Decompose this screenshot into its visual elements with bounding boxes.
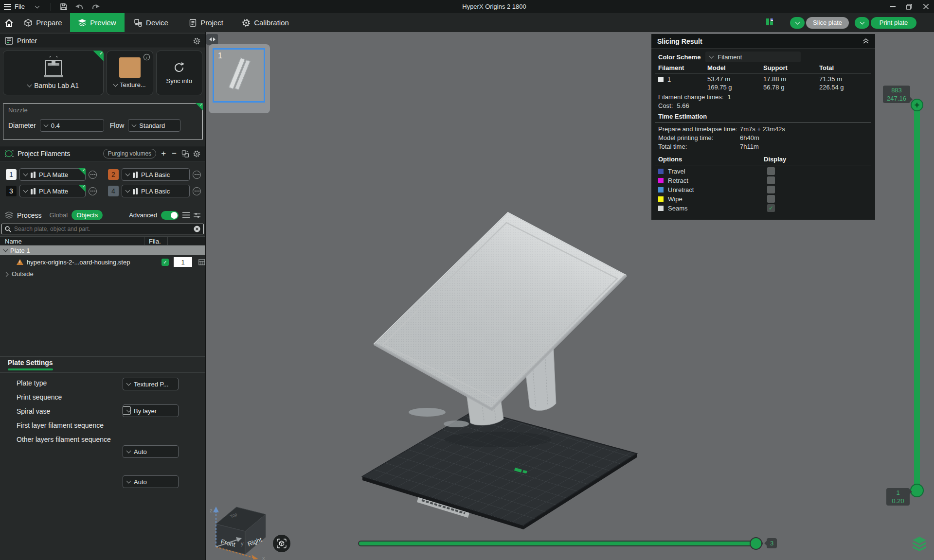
filament-settings-gear-icon[interactable] bbox=[193, 150, 200, 158]
slice-dropdown-button[interactable] bbox=[790, 17, 805, 29]
filament-3-number[interactable]: 3 bbox=[6, 186, 17, 196]
layer-slider-top-handle[interactable]: + bbox=[911, 99, 923, 111]
fit-view-button[interactable] bbox=[273, 535, 290, 552]
plate-thumbnail-selected[interactable]: 1 bbox=[213, 48, 265, 103]
minimize-button[interactable] bbox=[884, 0, 901, 13]
unretract-label: Unretract bbox=[668, 186, 694, 193]
move-slider-track[interactable] bbox=[358, 541, 763, 546]
file-menu[interactable]: File bbox=[0, 0, 29, 13]
undo-button[interactable] bbox=[72, 0, 88, 13]
printer-model-card[interactable]: Bambu Lab A1 bbox=[3, 51, 104, 95]
tab-device[interactable]: Device bbox=[129, 13, 173, 32]
build-plate-card[interactable]: i Texture... bbox=[107, 51, 153, 95]
other-layers-sequence-select[interactable]: Auto bbox=[123, 475, 179, 488]
move-slider-tooltip: 3 bbox=[767, 538, 777, 548]
seams-display-checkbox[interactable] bbox=[767, 204, 775, 212]
tree-row-outside[interactable]: Outside bbox=[0, 269, 205, 279]
restore-button[interactable] bbox=[901, 0, 917, 13]
first-layer-sequence-select[interactable]: Auto bbox=[123, 445, 179, 458]
ellipsis-icon bbox=[197, 191, 198, 192]
object-visible-checkbox[interactable]: ✓ bbox=[162, 259, 169, 266]
home-tab[interactable] bbox=[0, 13, 18, 32]
filament-2-number[interactable]: 2 bbox=[108, 169, 119, 180]
layer-slider-bottom-handle[interactable] bbox=[910, 484, 924, 497]
tab-calibration[interactable]: Calibration bbox=[237, 13, 294, 32]
model-keyboard-housing[interactable] bbox=[374, 212, 626, 409]
filament-1-more-button[interactable] bbox=[89, 171, 97, 179]
add-filament-button[interactable]: + bbox=[160, 149, 167, 158]
layer-slider-track[interactable] bbox=[914, 102, 920, 490]
printer-section-title: Printer bbox=[17, 37, 37, 45]
tab-project-label: Project bbox=[200, 18, 223, 27]
clear-search-icon[interactable] bbox=[194, 226, 200, 232]
sync-filament-list-icon[interactable] bbox=[181, 150, 189, 158]
col-support: Support bbox=[763, 64, 788, 71]
spiral-vase-checkbox[interactable] bbox=[123, 406, 131, 415]
redo-button[interactable] bbox=[88, 0, 104, 13]
build-plate[interactable] bbox=[362, 410, 637, 529]
objects-panel-toggle[interactable] bbox=[765, 18, 774, 28]
print-plate-button[interactable]: Print plate bbox=[871, 17, 916, 29]
nozzle-diameter-select[interactable]: 0.4 bbox=[40, 119, 104, 132]
filament-2-select[interactable]: PLA Basic bbox=[122, 168, 190, 181]
active-tab-underline bbox=[8, 368, 53, 370]
close-button[interactable] bbox=[917, 0, 934, 13]
advanced-toggle[interactable] bbox=[161, 211, 179, 220]
tune-sliders-icon[interactable] bbox=[194, 212, 200, 219]
purging-volumes-button[interactable]: Purging volumes bbox=[103, 149, 156, 158]
sync-info-card[interactable]: Sync info bbox=[156, 51, 202, 95]
printer-settings-gear-icon[interactable] bbox=[193, 37, 200, 45]
object-filament-cell[interactable]: 1 bbox=[174, 257, 192, 267]
plate-settings-tab[interactable]: Plate Settings bbox=[8, 359, 53, 370]
filament-1-number[interactable]: 1 bbox=[6, 169, 17, 180]
chevron-down-icon bbox=[860, 19, 864, 24]
cost-value: 5.66 bbox=[677, 102, 689, 109]
options-list-icon[interactable] bbox=[182, 212, 190, 218]
viewport-3d[interactable]: 1 Slicing Result Color Scheme Filament F… bbox=[206, 32, 934, 560]
search-input[interactable] bbox=[14, 226, 191, 232]
nozzle-label: Nozzle bbox=[8, 106, 28, 114]
process-global-tab[interactable]: Global bbox=[50, 211, 68, 219]
filament-2-more-button[interactable] bbox=[193, 171, 201, 179]
plate-type-select[interactable]: Textured P... bbox=[123, 378, 179, 390]
retract-display-checkbox[interactable] bbox=[767, 176, 775, 184]
filaments-section-title: Project Filaments bbox=[18, 150, 70, 158]
collapse-panel-icon[interactable] bbox=[862, 38, 869, 44]
first-layer-sequence-label: First layer filament sequence bbox=[17, 421, 104, 429]
filament-2-name: PLA Basic bbox=[141, 171, 170, 178]
sync-info-label: Sync info bbox=[166, 77, 192, 85]
filament-3-select[interactable]: PLA Matte bbox=[19, 185, 86, 197]
object-name: hyperx-origins-2-...oard-housing.step bbox=[27, 259, 130, 266]
process-objects-tab[interactable]: Objects bbox=[72, 210, 103, 220]
tree-row-object[interactable]: hyperx-origins-2-...oard-housing.step ✓ … bbox=[0, 256, 205, 268]
print-dropdown-button[interactable] bbox=[855, 17, 869, 29]
slice-plate-button[interactable]: Slice plate bbox=[806, 17, 849, 29]
filament-4-more-button[interactable] bbox=[193, 187, 201, 195]
tab-project[interactable]: Project bbox=[185, 13, 228, 32]
nozzle-flow-value: Standard bbox=[139, 122, 165, 129]
outside-row-label: Outside bbox=[12, 270, 34, 278]
plate-thumbnail-card[interactable]: 1 bbox=[209, 44, 270, 113]
move-slider-handle[interactable] bbox=[750, 537, 762, 550]
save-button[interactable] bbox=[56, 0, 72, 13]
print-sequence-select[interactable]: By layer bbox=[123, 404, 179, 417]
filament-3-more-button[interactable] bbox=[89, 187, 97, 195]
tab-prepare[interactable]: Prepare bbox=[21, 13, 65, 32]
unretract-display-checkbox[interactable] bbox=[767, 186, 775, 193]
synced-check-badge bbox=[78, 185, 86, 192]
filament-1-select[interactable]: PLA Matte bbox=[19, 168, 86, 181]
tab-preview[interactable]: Preview bbox=[70, 13, 125, 32]
tree-row-plate[interactable]: Plate 1 bbox=[0, 245, 205, 255]
color-scheme-select[interactable]: Filament bbox=[705, 52, 801, 62]
object-settings-table-icon[interactable] bbox=[198, 259, 205, 265]
slice-plate-label: Slice plate bbox=[813, 19, 842, 26]
layer-view-icon[interactable] bbox=[910, 534, 929, 553]
wipe-display-checkbox[interactable] bbox=[767, 195, 775, 203]
collapse-sidebar-button[interactable] bbox=[206, 34, 218, 45]
file-menu-expander[interactable] bbox=[29, 0, 46, 13]
nozzle-flow-select[interactable]: Standard bbox=[128, 119, 180, 132]
filament-4-select[interactable]: PLA Basic bbox=[122, 185, 190, 197]
filament-4-number[interactable]: 4 bbox=[108, 186, 119, 196]
remove-filament-button[interactable]: − bbox=[171, 149, 178, 158]
travel-display-checkbox[interactable] bbox=[767, 167, 775, 175]
